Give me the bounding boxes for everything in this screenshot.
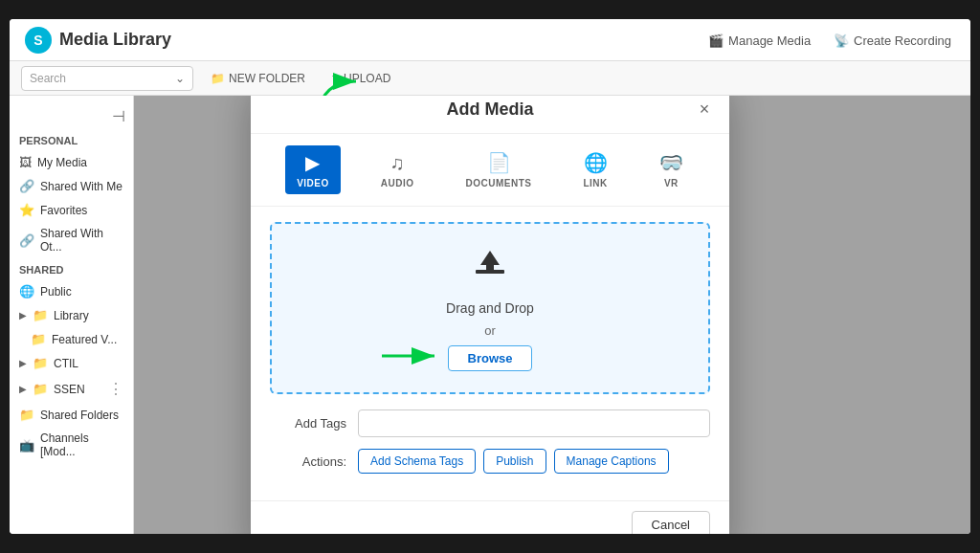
sidebar-item-label: Channels [Mod... — [40, 431, 123, 458]
documents-tab-label: DOCUMENTS — [466, 178, 532, 188]
tab-audio[interactable]: ♫ AUDIO — [369, 146, 426, 194]
publish-btn[interactable]: Publish — [483, 449, 546, 474]
sidebar-item-shared-with-me[interactable]: 🔗 Shared With Me — [10, 174, 133, 198]
channels-icon: 📺 — [19, 438, 34, 453]
search-box[interactable]: Search ⌄ — [21, 66, 193, 91]
app-title: Media Library — [59, 30, 171, 50]
public-icon: 🌐 — [19, 284, 34, 299]
upload-drop-icon — [471, 246, 509, 293]
tab-documents[interactable]: 📄 DOCUMENTS — [455, 145, 544, 194]
drop-zone[interactable]: Drag and Drop or — [270, 222, 710, 394]
main-content: ⊣ PERSONAL 🖼 My Media 🔗 Shared With Me ⭐… — [10, 96, 970, 534]
upload-btn[interactable]: ⬆ UPLOAD — [323, 68, 398, 89]
sidebar-item-my-media[interactable]: 🖼 My Media — [10, 150, 133, 174]
content-area: Add Media × ▶ VIDEO ♫ AUDIO — [134, 96, 970, 534]
sidebar-item-label: Public — [40, 285, 72, 299]
sidebar-item-label: My Media — [37, 156, 87, 169]
sidebar-item-public[interactable]: 🌐 Public — [10, 279, 133, 303]
upload-icon: ⬆ — [330, 72, 340, 85]
sidebar-item-shared-folders[interactable]: 📁 Shared Folders — [10, 403, 133, 427]
ctil-folder-icon: 📁 — [33, 356, 48, 370]
vr-tab-label: VR — [664, 178, 679, 188]
add-media-modal: Add Media × ▶ VIDEO ♫ AUDIO — [251, 96, 729, 534]
featured-folder-icon: 📁 — [31, 332, 46, 346]
audio-tab-icon: ♫ — [390, 152, 405, 174]
modal-close-btn[interactable]: × — [693, 99, 716, 122]
toolbar: Search ⌄ 📁 NEW FOLDER ⬆ UPLOAD — [10, 61, 970, 96]
shared-with-me-icon: 🔗 — [19, 179, 34, 193]
add-tags-label: Add Tags — [270, 416, 346, 431]
modal-tabs: ▶ VIDEO ♫ AUDIO 📄 DOCUMENTS 🌐 — [251, 134, 729, 207]
upload-label: UPLOAD — [344, 72, 390, 85]
sidebar-item-library[interactable]: ▶ 📁 Library — [10, 303, 133, 327]
vr-tab-icon: 🥽 — [659, 151, 683, 174]
manage-captions-btn[interactable]: Manage Captions — [554, 449, 669, 474]
documents-tab-icon: 📄 — [487, 151, 511, 174]
svg-marker-2 — [480, 251, 500, 271]
new-folder-label: NEW FOLDER — [229, 72, 305, 85]
sidebar-item-shared-with-others[interactable]: 🔗 Shared With Ot... — [10, 222, 133, 258]
chevron-right-icon: ▶ — [19, 384, 27, 394]
browse-container: Browse — [448, 345, 533, 371]
shared-with-others-icon: 🔗 — [19, 233, 34, 248]
cancel-btn[interactable]: Cancel — [632, 511, 710, 534]
sidebar-item-favorites[interactable]: ⭐ Favorites — [10, 198, 133, 222]
sidebar-item-label: Shared Folders — [40, 409, 119, 422]
tab-link[interactable]: 🌐 LINK — [571, 145, 618, 194]
modal-footer: Cancel — [251, 500, 729, 534]
create-recording-label: Create Recording — [854, 33, 951, 47]
app-container: S Media Library 🎬 Manage Media 📡 Create … — [10, 19, 970, 534]
shared-folders-icon: 📁 — [19, 408, 34, 422]
create-recording-btn[interactable]: 📡 Create Recording — [834, 33, 951, 47]
tab-video[interactable]: ▶ VIDEO — [285, 145, 341, 194]
library-folder-icon: 📁 — [33, 308, 48, 322]
search-icon: ⌄ — [175, 72, 185, 85]
search-placeholder: Search — [30, 72, 66, 85]
top-bar: S Media Library 🎬 Manage Media 📡 Create … — [10, 19, 970, 61]
actions-row: Actions: Add Schema Tags Publish Manage … — [270, 449, 710, 474]
link-tab-icon: 🌐 — [584, 151, 608, 174]
sidebar-item-label: Shared With Me — [40, 180, 122, 193]
or-text: or — [484, 323, 496, 338]
add-tags-input[interactable] — [358, 409, 710, 437]
shared-section-title: SHARED — [10, 258, 133, 279]
sidebar-item-featured-v[interactable]: 📁 Featured V... — [10, 327, 133, 351]
actions-label: Actions: — [270, 454, 346, 469]
sidebar-item-label: SSEN — [54, 383, 85, 396]
modal-title: Add Media — [446, 100, 533, 120]
sidebar-item-label: CTIL — [54, 357, 78, 370]
chevron-right-icon: ▶ — [19, 310, 27, 321]
sidebar-collapse-btn[interactable]: ⊣ — [10, 103, 133, 129]
favorites-icon: ⭐ — [19, 203, 34, 217]
logo-icon: S — [25, 27, 52, 54]
link-tab-label: LINK — [583, 178, 607, 188]
browse-btn[interactable]: Browse — [448, 345, 533, 371]
my-media-icon: 🖼 — [19, 155, 32, 169]
sidebar-item-label: Shared With Ot... — [40, 227, 123, 254]
browse-arrow — [377, 342, 444, 374]
video-tab-icon: ▶ — [305, 151, 320, 174]
tab-vr[interactable]: 🥽 VR — [648, 145, 695, 194]
sidebar-item-ssen[interactable]: ▶ 📁 SSEN ⋮ — [10, 375, 133, 403]
manage-media-icon: 🎬 — [708, 33, 724, 47]
add-schema-tags-btn[interactable]: Add Schema Tags — [358, 449, 476, 474]
sidebar-item-ctil[interactable]: ▶ 📁 CTIL — [10, 351, 133, 375]
ssen-more-icon[interactable]: ⋮ — [108, 380, 123, 398]
sidebar-item-channels[interactable]: 📺 Channels [Mod... — [10, 427, 133, 463]
app-logo: S Media Library — [25, 27, 171, 54]
ssen-folder-icon: 📁 — [33, 382, 48, 396]
chevron-right-icon: ▶ — [19, 358, 27, 368]
create-recording-icon: 📡 — [834, 33, 849, 47]
manage-media-label: Manage Media — [728, 33, 811, 47]
drag-drop-text: Drag and Drop — [446, 300, 534, 316]
sidebar-item-label: Favorites — [40, 204, 87, 217]
top-bar-actions: 🎬 Manage Media 📡 Create Recording — [708, 33, 951, 47]
sidebar-item-label: Featured V... — [52, 333, 117, 346]
modal-overlay: Add Media × ▶ VIDEO ♫ AUDIO — [134, 96, 970, 534]
new-folder-btn[interactable]: 📁 NEW FOLDER — [203, 68, 313, 89]
video-tab-label: VIDEO — [297, 178, 329, 188]
add-tags-row: Add Tags — [270, 409, 710, 437]
manage-media-btn[interactable]: 🎬 Manage Media — [708, 33, 811, 47]
modal-body: Drag and Drop or — [251, 207, 729, 500]
sidebar-item-label: Library — [54, 309, 89, 322]
